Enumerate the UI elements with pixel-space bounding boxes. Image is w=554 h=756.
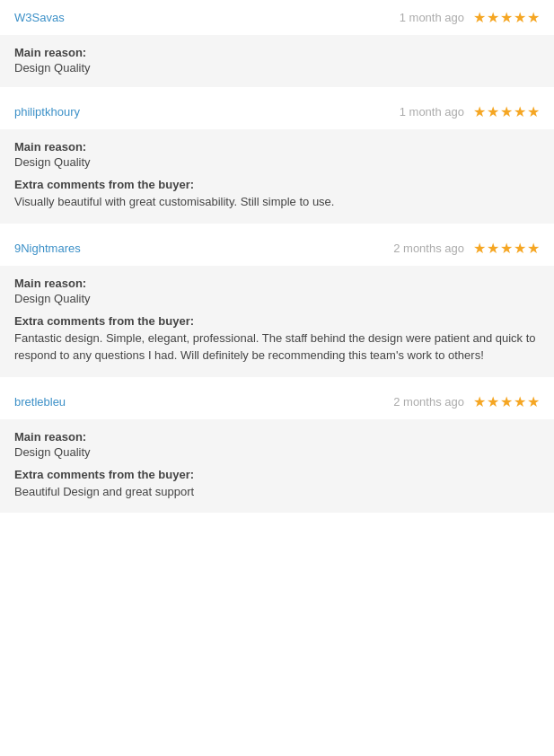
review-card: bretlebleu2 months ago★★★★★Main reason:D…: [0, 384, 554, 514]
review-header: 9Nightmares2 months ago★★★★★: [0, 231, 554, 266]
star-icon: ★: [500, 9, 513, 26]
review-body: Main reason:Design Quality: [0, 35, 554, 87]
star-icon: ★: [500, 240, 513, 257]
main-reason-label: Main reason:: [14, 140, 540, 154]
star-icon: ★: [473, 103, 486, 120]
reviewer-name[interactable]: bretlebleu: [14, 395, 66, 409]
review-header: philiptkhoury1 month ago★★★★★: [0, 94, 554, 129]
main-reason-value: Design Quality: [14, 155, 540, 169]
review-date: 1 month ago: [400, 11, 464, 24]
star-icon: ★: [527, 240, 540, 257]
review-meta: 2 months ago★★★★★: [393, 240, 540, 257]
main-reason-value: Design Quality: [14, 61, 540, 75]
star-icon: ★: [514, 240, 526, 257]
star-icon: ★: [514, 9, 526, 26]
review-header: bretlebleu2 months ago★★★★★: [0, 384, 554, 419]
main-reason-value: Design Quality: [14, 445, 540, 459]
star-rating: ★★★★★: [473, 9, 540, 26]
extra-comment-value: Beautiful Design and great support: [14, 483, 540, 501]
reviewer-name[interactable]: 9Nightmares: [14, 242, 81, 255]
star-rating: ★★★★★: [473, 393, 540, 410]
main-reason-label: Main reason:: [14, 46, 540, 59]
star-icon: ★: [500, 103, 513, 120]
star-icon: ★: [487, 240, 499, 257]
star-icon: ★: [500, 393, 513, 410]
main-reason-value: Design Quality: [14, 292, 540, 305]
review-body: Main reason:Design QualityExtra comments…: [0, 129, 554, 224]
review-card: 9Nightmares2 months ago★★★★★Main reason:…: [0, 231, 554, 377]
star-icon: ★: [487, 9, 499, 26]
extra-comment-label: Extra comments from the buyer:: [14, 178, 540, 191]
star-icon: ★: [473, 240, 486, 257]
main-reason-label: Main reason:: [14, 277, 540, 290]
extra-comment-value: Fantastic design. Simple, elegant, profe…: [14, 330, 540, 365]
reviews-list: W3Savas1 month ago★★★★★Main reason:Desig…: [0, 0, 554, 513]
star-rating: ★★★★★: [473, 240, 540, 257]
star-rating: ★★★★★: [473, 103, 540, 120]
star-icon: ★: [487, 103, 499, 120]
extra-comment-label: Extra comments from the buyer:: [14, 468, 540, 481]
review-card: philiptkhoury1 month ago★★★★★Main reason…: [0, 94, 554, 224]
star-icon: ★: [473, 393, 486, 410]
review-card: W3Savas1 month ago★★★★★Main reason:Desig…: [0, 0, 554, 87]
reviewer-name[interactable]: philiptkhoury: [14, 105, 80, 119]
review-meta: 1 month ago★★★★★: [400, 9, 540, 26]
star-icon: ★: [473, 9, 486, 26]
reviewer-name[interactable]: W3Savas: [14, 11, 65, 24]
star-icon: ★: [527, 9, 540, 26]
review-body: Main reason:Design QualityExtra comments…: [0, 419, 554, 514]
review-header: W3Savas1 month ago★★★★★: [0, 0, 554, 35]
star-icon: ★: [514, 103, 526, 120]
review-date: 1 month ago: [400, 105, 464, 119]
review-body: Main reason:Design QualityExtra comments…: [0, 266, 554, 377]
star-icon: ★: [487, 393, 499, 410]
extra-comment-value: Visually beautiful with great customisab…: [14, 193, 540, 211]
review-date: 2 months ago: [393, 395, 464, 409]
star-icon: ★: [514, 393, 526, 410]
main-reason-label: Main reason:: [14, 430, 540, 444]
review-meta: 2 months ago★★★★★: [393, 393, 540, 410]
extra-comment-label: Extra comments from the buyer:: [14, 314, 540, 328]
star-icon: ★: [527, 103, 540, 120]
review-date: 2 months ago: [393, 242, 464, 255]
review-meta: 1 month ago★★★★★: [400, 103, 540, 120]
star-icon: ★: [527, 393, 540, 410]
